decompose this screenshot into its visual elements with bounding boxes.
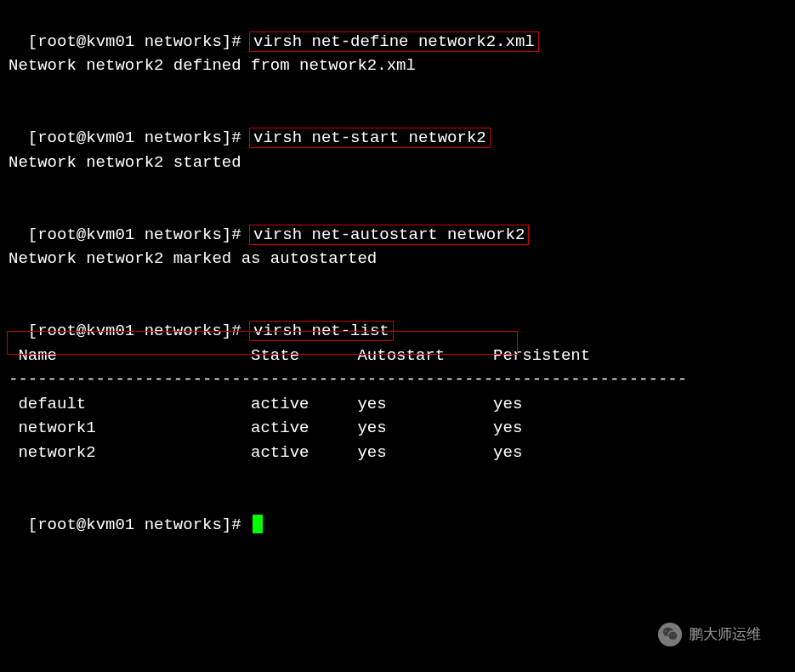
command-net-start: virsh net-start network2	[249, 128, 491, 148]
terminal-line-2: [root@kvm01 networks]# virsh net-start n…	[9, 102, 786, 151]
terminal-line-1: [root@kvm01 networks]# virsh net-define …	[9, 5, 786, 54]
output-net-start: Network network2 started	[9, 151, 786, 175]
shell-prompt: [root@kvm01 networks]#	[28, 322, 251, 340]
shell-prompt: [root@kvm01 networks]#	[28, 32, 251, 51]
wechat-icon	[658, 623, 682, 646]
command-net-autostart: virsh net-autostart network2	[249, 225, 529, 245]
terminal-line-5[interactable]: [root@kvm01 networks]#	[9, 488, 786, 537]
watermark: 鹏大师运维	[658, 623, 761, 646]
terminal-line-4: [root@kvm01 networks]# virsh net-list	[9, 295, 786, 344]
output-net-autostart: Network network2 marked as autostarted	[9, 247, 786, 271]
shell-prompt: [root@kvm01 networks]#	[28, 128, 251, 147]
watermark-text: 鹏大师运维	[689, 624, 761, 646]
command-net-define: virsh net-define network2.xml	[249, 31, 539, 52]
shell-prompt: [root@kvm01 networks]#	[28, 225, 251, 244]
shell-prompt: [root@kvm01 networks]#	[28, 515, 251, 534]
table-row: default active yes yes	[9, 392, 786, 417]
output-net-define: Network network2 defined from network2.x…	[9, 54, 786, 78]
terminal-cursor[interactable]	[253, 515, 263, 533]
table-row-highlighted: network2 active yes yes	[9, 441, 786, 465]
terminal-line-3: [root@kvm01 networks]# virsh net-autosta…	[9, 198, 786, 247]
table-header: Name State Autostart Persistent	[9, 344, 786, 368]
table-divider: ----------------------------------------…	[9, 367, 786, 392]
table-row: network1 active yes yes	[9, 416, 786, 441]
command-net-list: virsh net-list	[249, 321, 394, 341]
